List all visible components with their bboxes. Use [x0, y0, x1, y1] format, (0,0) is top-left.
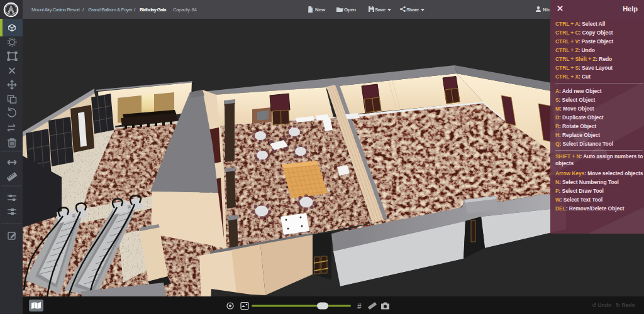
svg-text:#: #	[357, 302, 362, 311]
